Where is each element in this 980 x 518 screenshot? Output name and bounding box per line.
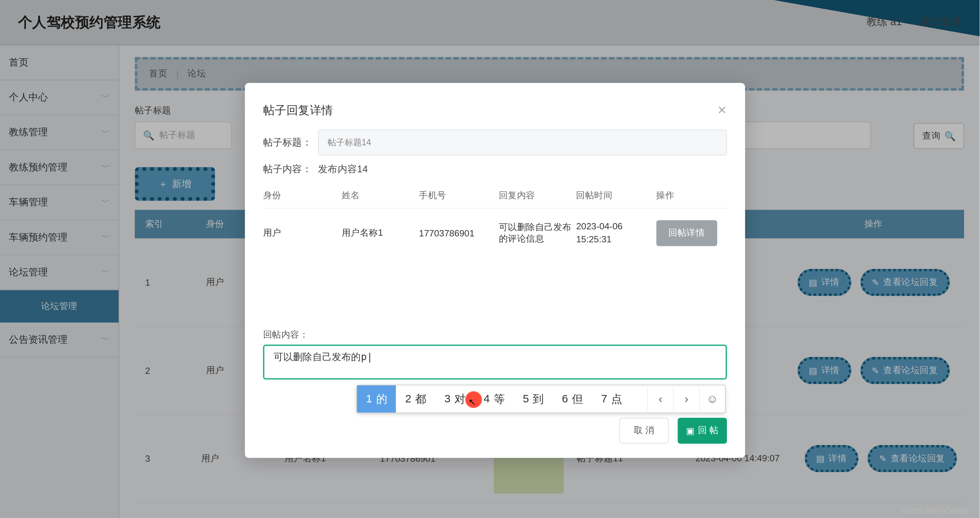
reply-row: 用户 用户名称1 17703786901 可以删除自己发布的评论信息 2023-… (263, 209, 727, 258)
ime-option-5[interactable]: 5到 (514, 385, 553, 412)
submit-reply-button[interactable]: ▣ 回 帖 (678, 418, 727, 443)
n: 6 (562, 392, 568, 405)
n: 3 (444, 392, 451, 405)
ime-candidate-bar[interactable]: 1的 2都 3对 4等 5到 6但 7点 ‹ › ☺ (356, 385, 725, 413)
rth-phone: 手机号 (419, 190, 499, 201)
w: 对 (454, 392, 466, 407)
watermark: CSDN @wishCoding (902, 507, 968, 514)
ime-emoji-icon[interactable]: ☺ (699, 385, 725, 413)
n: 7 (601, 392, 608, 405)
w: 到 (533, 392, 544, 407)
ime-option-6[interactable]: 6但 (553, 385, 592, 412)
post-content-label: 帖子内容： (263, 163, 312, 175)
w: 但 (572, 392, 583, 407)
ime-option-7[interactable]: 7点 (592, 385, 631, 412)
n: 2 (405, 392, 411, 405)
ime-option-1[interactable]: 1的 (357, 385, 396, 412)
reply-content-label: 回帖内容： (263, 329, 727, 340)
cell-phone: 17703786901 (419, 228, 499, 238)
w: 点 (611, 392, 622, 407)
w: 的 (376, 392, 387, 407)
reply-icon: ▣ (686, 425, 695, 436)
n: 1 (366, 392, 372, 405)
label: 回 帖 (698, 425, 719, 437)
n: 4 (484, 392, 490, 405)
close-icon[interactable]: ✕ (717, 103, 727, 117)
rth-role: 身份 (263, 190, 342, 201)
cell-content: 可以删除自己发布的评论信息 (499, 222, 576, 245)
modal-title: 帖子回复详情 (263, 102, 333, 118)
w: 等 (494, 392, 505, 407)
ime-next-icon[interactable]: › (673, 385, 699, 413)
reply-table: 身份 姓名 手机号 回复内容 回帖时间 操作 用户 用户名称1 17703786… (263, 183, 727, 258)
post-title-label: 帖子标题： (263, 137, 312, 149)
reply-textarea[interactable] (263, 345, 727, 380)
ime-option-3[interactable]: 3对 (436, 385, 475, 412)
cancel-button[interactable]: 取 消 (619, 418, 669, 443)
rth-time: 回帖时间 (576, 190, 656, 201)
rth-ops: 操作 (656, 190, 727, 201)
rth-content: 回复内容 (499, 190, 576, 201)
ime-prev-icon[interactable]: ‹ (647, 385, 673, 413)
ime-option-2[interactable]: 2都 (396, 385, 436, 412)
w: 都 (415, 392, 426, 407)
post-title-input[interactable] (318, 130, 727, 156)
reply-detail-button[interactable]: 回帖详情 (656, 220, 717, 246)
logout-link[interactable]: 退出登录 (920, 16, 961, 29)
cell-time: 2023-04-06 15:25:31 (576, 221, 656, 246)
rth-name: 姓名 (342, 190, 419, 201)
n: 5 (523, 392, 529, 405)
post-content-value: 发布内容14 (318, 163, 368, 175)
ime-option-4[interactable]: 4等 (474, 385, 514, 412)
cell-role: 用户 (263, 227, 342, 239)
cell-name: 用户名称1 (342, 227, 419, 239)
current-user[interactable]: 教练 a1 (867, 16, 902, 29)
